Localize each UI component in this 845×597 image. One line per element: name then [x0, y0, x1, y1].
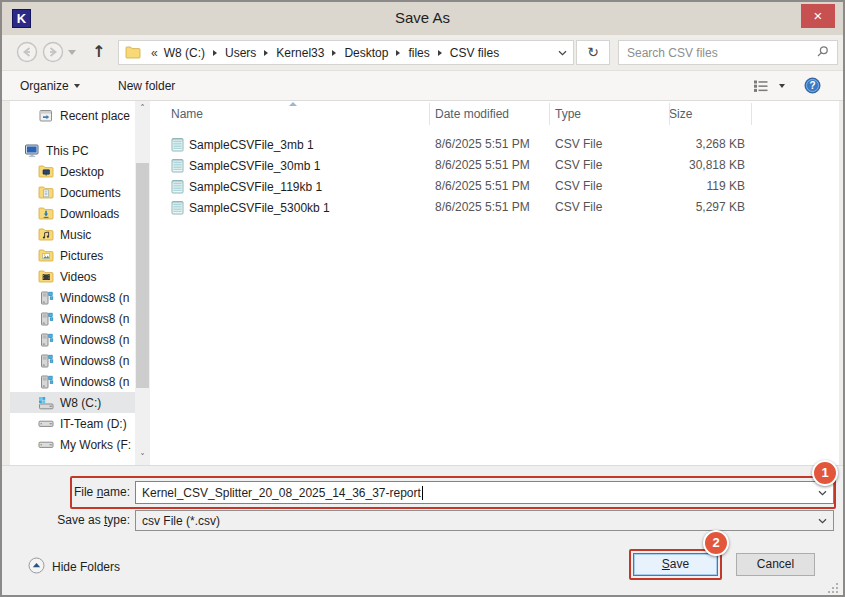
network-drive-icon [38, 375, 54, 389]
sidebar-item-documents[interactable]: Documents [10, 182, 135, 203]
view-dropdown-caret-icon[interactable] [779, 71, 785, 100]
back-button[interactable] [16, 41, 38, 63]
recent-pages-dropdown[interactable] [68, 50, 76, 55]
file-name-dropdown-chevron-icon[interactable] [818, 490, 827, 496]
column-header-type[interactable]: Type [555, 107, 581, 121]
search-icon [816, 45, 829, 61]
folder-videos-icon [38, 270, 54, 284]
sidebar-item-label: Documents [60, 186, 121, 200]
sidebar-item-pictures[interactable]: Pictures [10, 245, 135, 266]
breadcrumb-separator-icon[interactable] [396, 50, 400, 56]
recent-places-icon [38, 109, 54, 123]
sidebar-item-windows8-n[interactable]: Windows8 (n [10, 350, 135, 371]
network-drive-icon [38, 291, 54, 305]
file-list-pane: NameDate modifiedTypeSize SampleCSVFile_… [157, 101, 839, 465]
sidebar-item-windows8-n[interactable]: Windows8 (n [10, 308, 135, 329]
forward-button[interactable] [42, 41, 64, 63]
column-header-row: NameDate modifiedTypeSize [157, 101, 839, 127]
scroll-down-icon[interactable]: ˅ [135, 450, 150, 465]
organize-menu-button[interactable]: Organize [20, 71, 80, 100]
sidebar-item-label: My Works (F: [60, 438, 131, 452]
size-cell: 30,818 KB [669, 158, 745, 172]
hide-folders-button[interactable]: Hide Folders [28, 557, 120, 577]
breadcrumb-item-files[interactable]: files [406, 46, 431, 60]
window-title: Save As [2, 9, 843, 26]
sidebar-item-label: Recent place [60, 109, 130, 123]
sidebar-item-label: IT-Team (D:) [60, 417, 127, 431]
scrollbar-thumb[interactable] [136, 163, 149, 388]
sidebar-item-windows8-n[interactable]: Windows8 (n [10, 371, 135, 392]
sidebar-item-label: Desktop [60, 165, 104, 179]
file-row[interactable]: SampleCSVFile_5300kb 18/6/2025 5:51 PMCS… [157, 197, 839, 218]
column-separator[interactable] [669, 103, 670, 125]
breadcrumb-item-csv-files[interactable]: CSV files [448, 46, 501, 60]
search-box[interactable]: Search CSV files [618, 40, 838, 65]
sidebar-item-windows8-n[interactable]: Windows8 (n [10, 287, 135, 308]
sidebar-item-downloads[interactable]: Downloads [10, 203, 135, 224]
file-name-input[interactable]: Kernel_CSV_Splitter_20_08_2025_14_36_37-… [135, 481, 834, 504]
sidebar-item-label: Downloads [60, 207, 119, 221]
sidebar-item-my-works-f[interactable]: My Works (F: [10, 434, 135, 455]
search-placeholder: Search CSV files [627, 46, 816, 60]
save-as-type-select[interactable]: csv File (*.csv) [135, 510, 834, 531]
sidebar-item-desktop[interactable]: Desktop [10, 161, 135, 182]
breadcrumb-item-users[interactable]: Users [223, 46, 258, 60]
size-cell: 5,297 KB [669, 200, 745, 214]
file-name-text: SampleCSVFile_30mb 1 [189, 159, 320, 173]
column-header-name[interactable]: Name [171, 107, 203, 121]
sidebar-scrollbar[interactable]: ˄ ˅ [135, 101, 150, 465]
column-separator[interactable] [549, 103, 550, 125]
resize-grip[interactable] [828, 583, 838, 593]
file-name-cell: SampleCSVFile_119kb 1 [171, 179, 322, 194]
folder-documents-icon [38, 186, 54, 200]
sidebar-item-label: Windows8 (n [60, 291, 129, 305]
file-name-value: Kernel_CSV_Splitter_20_08_2025_14_36_37-… [142, 486, 421, 500]
save-as-type-value: csv File (*.csv) [142, 514, 220, 528]
sidebar-item-recent-place[interactable]: Recent place [10, 105, 135, 126]
help-button[interactable]: ? [804, 71, 821, 100]
breadcrumb-separator-icon[interactable] [332, 50, 336, 56]
size-cell: 119 KB [669, 179, 745, 193]
new-folder-button[interactable]: New folder [118, 71, 175, 100]
sidebar-item-label: Videos [60, 270, 96, 284]
date-modified-cell: 8/6/2025 5:51 PM [435, 137, 530, 151]
column-header-date-modified[interactable]: Date modified [435, 107, 509, 121]
sidebar-item-label: Windows8 (n [60, 354, 129, 368]
file-row[interactable]: SampleCSVFile_3mb 18/6/2025 5:51 PMCSV F… [157, 134, 839, 155]
breadcrumb-separator-icon[interactable] [264, 50, 268, 56]
close-button[interactable]: × [801, 4, 835, 28]
sidebar-item-windows8-n[interactable]: Windows8 (n [10, 329, 135, 350]
cancel-button[interactable]: Cancel [736, 553, 815, 576]
scroll-up-icon[interactable]: ˄ [135, 101, 150, 116]
column-header-size[interactable]: Size [669, 107, 692, 121]
hide-folders-label: Hide Folders [52, 560, 120, 574]
save-as-dialog: K Save As × ↑ « W8 (C:)UsersKernel33Desk… [0, 0, 845, 597]
hide-folders-icon [28, 557, 45, 577]
up-one-level-button[interactable]: ↑ [92, 42, 105, 62]
refresh-button[interactable]: ↻ [576, 40, 610, 65]
breadcrumb-item-desktop[interactable]: Desktop [342, 46, 390, 60]
type-cell: CSV File [555, 137, 602, 151]
change-view-button[interactable] [753, 71, 769, 100]
sidebar-item-music[interactable]: Music [10, 224, 135, 245]
breadcrumb-separator-icon[interactable] [213, 50, 217, 56]
breadcrumb-item-kernel33[interactable]: Kernel33 [274, 46, 326, 60]
save-button[interactable]: Save [633, 553, 718, 576]
address-dropdown-chevron-icon[interactable] [558, 50, 567, 56]
save-as-type-label: Save as type: [32, 513, 130, 527]
address-bar[interactable]: « W8 (C:)UsersKernel33DesktopfilesCSV fi… [118, 40, 574, 65]
sidebar-item-w8-c[interactable]: W8 (C:) [10, 392, 135, 413]
breadcrumb-item-w8-c[interactable]: W8 (C:) [162, 46, 207, 60]
file-row[interactable]: SampleCSVFile_30mb 18/6/2025 5:51 PMCSV … [157, 155, 839, 176]
file-name-text: SampleCSVFile_3mb 1 [189, 138, 314, 152]
file-row[interactable]: SampleCSVFile_119kb 18/6/2025 5:51 PMCSV… [157, 176, 839, 197]
breadcrumb-overflow-chevron[interactable]: « [151, 46, 158, 60]
sidebar-item-this-pc[interactable]: This PC [10, 140, 135, 161]
title-bar: K Save As × [2, 2, 843, 35]
breadcrumb-separator-icon[interactable] [438, 50, 442, 56]
sidebar-item-it-team-d[interactable]: IT-Team (D:) [10, 413, 135, 434]
column-separator[interactable] [429, 103, 430, 125]
column-separator[interactable] [751, 103, 752, 125]
sidebar-item-videos[interactable]: Videos [10, 266, 135, 287]
sidebar-item-label: Windows8 (n [60, 333, 129, 347]
